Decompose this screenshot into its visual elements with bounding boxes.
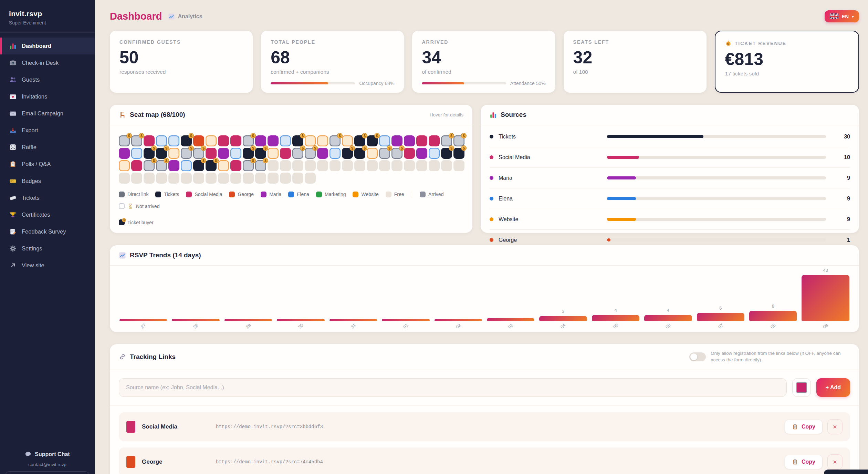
trend-bar[interactable] — [487, 318, 534, 321]
seat[interactable]: $ — [255, 160, 266, 171]
copy-link-button[interactable]: Copy — [785, 420, 823, 434]
seat[interactable] — [255, 135, 266, 146]
seat[interactable]: $ — [292, 135, 303, 146]
seat[interactable] — [379, 135, 390, 146]
seat[interactable] — [193, 173, 204, 184]
seat[interactable] — [292, 173, 303, 184]
sidebar-item-export[interactable]: Export — [0, 122, 95, 139]
seat[interactable] — [168, 148, 179, 159]
seat[interactable] — [218, 148, 229, 159]
seat[interactable]: $ — [206, 160, 217, 171]
sidebar-item-polls-q-a[interactable]: Polls / Q&A — [0, 156, 95, 173]
seat[interactable]: $ — [243, 148, 254, 159]
copy-link-button[interactable]: Copy — [785, 455, 823, 469]
seat[interactable]: $ — [453, 148, 464, 159]
seat[interactable] — [255, 173, 266, 184]
trend-bar[interactable] — [644, 315, 692, 321]
seat[interactable] — [206, 148, 217, 159]
delete-link-button[interactable]: × — [827, 454, 843, 470]
seat[interactable] — [305, 160, 316, 171]
sidebar-item-invitations[interactable]: Invitations — [0, 88, 95, 105]
seat[interactable] — [330, 148, 341, 159]
seat[interactable]: $ — [193, 148, 204, 159]
seat[interactable] — [280, 173, 291, 184]
seat[interactable] — [404, 135, 415, 146]
seat[interactable]: $ — [119, 135, 130, 146]
seat[interactable]: $ — [131, 135, 142, 146]
seat[interactable] — [268, 148, 279, 159]
seat[interactable] — [379, 160, 390, 171]
seat[interactable]: $ — [292, 148, 303, 159]
seat[interactable] — [416, 135, 427, 146]
sidebar-item-email-campaign[interactable]: Email Campaign — [0, 105, 95, 122]
trend-bar[interactable] — [802, 275, 849, 321]
seat[interactable]: $ — [354, 135, 365, 146]
seat[interactable] — [429, 135, 440, 146]
seat[interactable]: $ — [367, 135, 378, 146]
seat[interactable] — [354, 160, 365, 171]
sidebar-item-settings[interactable]: Settings — [0, 240, 95, 257]
seat[interactable] — [429, 148, 440, 159]
seat[interactable] — [181, 160, 192, 171]
sidebar-item-guests[interactable]: Guests — [0, 71, 95, 88]
seat[interactable] — [206, 135, 217, 146]
seat[interactable] — [156, 135, 167, 146]
color-picker-button[interactable] — [792, 378, 811, 397]
seat[interactable] — [218, 173, 229, 184]
seat[interactable] — [367, 148, 378, 159]
seat[interactable] — [317, 135, 328, 146]
chat-widget-partial[interactable] — [824, 470, 868, 474]
seat[interactable]: $ — [342, 148, 353, 159]
sidebar-item-dashboard[interactable]: Dashboard — [0, 38, 95, 54]
seat[interactable] — [416, 160, 427, 171]
seat[interactable] — [230, 160, 241, 171]
seat[interactable] — [119, 160, 130, 171]
seat[interactable] — [441, 160, 452, 171]
trend-bar[interactable] — [749, 311, 797, 321]
seat[interactable] — [268, 135, 279, 146]
seat[interactable] — [453, 160, 464, 171]
seat[interactable]: $ — [144, 148, 155, 159]
trend-bar[interactable] — [539, 316, 587, 321]
sidebar-item-view-site[interactable]: View site — [0, 257, 95, 274]
seat[interactable] — [342, 135, 353, 146]
seat[interactable] — [131, 148, 142, 159]
seat[interactable] — [206, 173, 217, 184]
seat[interactable] — [391, 160, 402, 171]
sidebar-item-feedback-survey[interactable]: Feedback Survey — [0, 223, 95, 240]
add-source-button[interactable]: + Add — [816, 378, 850, 397]
sidebar-item-raffle[interactable]: Raffle — [0, 139, 95, 156]
sidebar-bottom-button-partial[interactable] — [5, 471, 90, 474]
seat[interactable]: $ — [453, 135, 464, 146]
seat[interactable] — [230, 148, 241, 159]
seat[interactable] — [280, 148, 291, 159]
seat[interactable] — [330, 160, 341, 171]
seat[interactable] — [131, 160, 142, 171]
seat[interactable]: $ — [156, 148, 167, 159]
seat[interactable] — [230, 135, 241, 146]
seat[interactable] — [391, 135, 402, 146]
seat[interactable] — [305, 135, 316, 146]
seat[interactable]: $ — [255, 148, 266, 159]
restrict-registration-toggle[interactable] — [689, 352, 706, 361]
seat[interactable]: $ — [354, 148, 365, 159]
seat[interactable] — [367, 160, 378, 171]
delete-link-button[interactable]: × — [827, 419, 843, 434]
seat[interactable] — [280, 160, 291, 171]
seat[interactable] — [243, 173, 254, 184]
seat[interactable]: $ — [391, 148, 402, 159]
seat[interactable] — [168, 173, 179, 184]
seat[interactable] — [280, 135, 291, 146]
trend-bar[interactable] — [697, 313, 744, 321]
seat[interactable] — [404, 148, 415, 159]
seat[interactable]: $ — [441, 135, 452, 146]
seat[interactable] — [305, 173, 316, 184]
seat[interactable] — [317, 148, 328, 159]
seat[interactable]: $ — [156, 160, 167, 171]
seat[interactable] — [193, 135, 204, 146]
sidebar-item-tickets[interactable]: Tickets — [0, 189, 95, 206]
seat[interactable]: $ — [243, 160, 254, 171]
seat[interactable]: $ — [193, 160, 204, 171]
seat[interactable] — [119, 173, 130, 184]
support-chat-button[interactable]: Support Chat — [25, 451, 70, 457]
